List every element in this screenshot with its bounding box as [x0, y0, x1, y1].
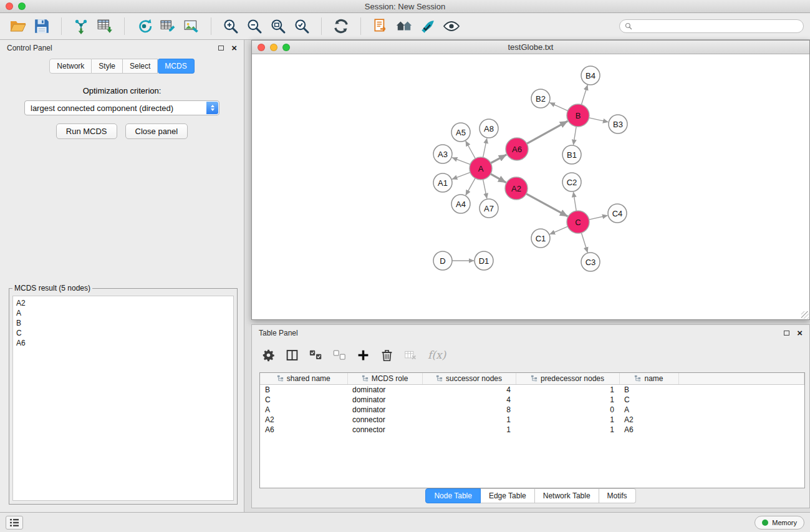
- resize-grip-icon[interactable]: [801, 311, 809, 319]
- table-cell[interactable]: A: [260, 405, 347, 415]
- edge-C-C2[interactable]: [573, 192, 576, 211]
- edge-C-C4[interactable]: [589, 215, 608, 220]
- minimize-network-window-icon[interactable]: [270, 44, 277, 51]
- zoom-network-window-icon[interactable]: [282, 44, 290, 51]
- open-folder-button[interactable]: [6, 16, 30, 36]
- save-button[interactable]: [30, 16, 54, 36]
- table-cell[interactable]: dominator: [347, 385, 422, 395]
- tab-network[interactable]: Network: [49, 59, 92, 74]
- node-C2[interactable]: C2: [562, 173, 581, 191]
- gear-button[interactable]: [262, 349, 275, 362]
- select-all-button[interactable]: [309, 349, 322, 362]
- table-cell[interactable]: A2: [260, 415, 347, 425]
- edge-A-A7[interactable]: [483, 180, 487, 199]
- edge-A-A5[interactable]: [466, 141, 476, 158]
- delete-table-button[interactable]: [404, 349, 417, 362]
- table-row[interactable]: Adominator80A: [260, 405, 804, 415]
- close-network-window-icon[interactable]: [258, 44, 265, 51]
- tab-network-table[interactable]: Network Table: [535, 488, 599, 503]
- node-D1[interactable]: D1: [475, 251, 493, 270]
- snapshot-button[interactable]: [369, 16, 392, 36]
- node-A6[interactable]: A6: [506, 138, 528, 160]
- node-C[interactable]: C: [567, 211, 589, 233]
- node-C3[interactable]: C3: [581, 253, 600, 271]
- node-A1[interactable]: A1: [433, 173, 452, 192]
- table-cell[interactable]: A6: [619, 425, 678, 435]
- table-row[interactable]: A6connector11A6: [260, 425, 804, 435]
- table-cell[interactable]: dominator: [347, 395, 422, 405]
- zoom-selected-button[interactable]: [290, 16, 314, 36]
- style-apply-button[interactable]: [416, 16, 440, 36]
- node-B3[interactable]: B3: [609, 115, 627, 133]
- node-A3[interactable]: A3: [433, 145, 452, 163]
- node-A2[interactable]: A2: [505, 177, 528, 200]
- import-table-button[interactable]: [93, 16, 117, 36]
- delete-row-button[interactable]: [380, 349, 393, 362]
- table-cell[interactable]: 1: [422, 425, 516, 435]
- edge-A-A4[interactable]: [466, 178, 475, 195]
- edge-B-B4[interactable]: [581, 85, 587, 105]
- table-cell[interactable]: 8: [422, 405, 516, 415]
- table-cell[interactable]: B: [260, 385, 347, 395]
- table-cell[interactable]: 1: [516, 395, 619, 405]
- edge-A-A1[interactable]: [452, 172, 470, 179]
- optimization-dropdown[interactable]: largest connected component (directed): [24, 100, 219, 115]
- node-C4[interactable]: C4: [608, 204, 627, 223]
- search-box[interactable]: [619, 19, 804, 33]
- table-cell[interactable]: 1: [516, 385, 619, 395]
- eye-button[interactable]: [440, 16, 463, 36]
- node-A8[interactable]: A8: [480, 119, 498, 138]
- table-row[interactable]: Bdominator41B: [260, 385, 804, 395]
- home-button[interactable]: [392, 16, 416, 36]
- edge-A2-C[interactable]: [526, 194, 568, 216]
- add-row-button[interactable]: [357, 349, 370, 362]
- new-table-button[interactable]: [156, 16, 180, 36]
- edge-A6-B[interactable]: [527, 121, 568, 143]
- edge-C-C3[interactable]: [581, 233, 587, 253]
- column-header-shared-name[interactable]: shared name: [260, 373, 347, 385]
- column-header-successor-nodes[interactable]: successor nodes: [422, 373, 516, 385]
- table-cell[interactable]: C: [260, 395, 347, 405]
- tab-edge-table[interactable]: Edge Table: [481, 488, 535, 503]
- columns-button[interactable]: [286, 349, 299, 362]
- table-cell[interactable]: connector: [347, 415, 422, 425]
- network-canvas[interactable]: B4B2BB3A8A5A6A3B1AC2A1A2A4A7C4CC1DD1C3: [252, 54, 809, 319]
- table-cell[interactable]: 4: [422, 385, 516, 395]
- deselect-all-button[interactable]: [333, 349, 346, 362]
- edge-B-B2[interactable]: [550, 103, 568, 111]
- tab-style[interactable]: Style: [92, 59, 123, 74]
- edge-A-A6[interactable]: [491, 155, 506, 163]
- close-table-panel-icon[interactable]: ×: [797, 329, 803, 337]
- node-B2[interactable]: B2: [531, 89, 550, 108]
- tab-mcds[interactable]: MCDS: [158, 59, 194, 74]
- float-table-panel-icon[interactable]: [784, 331, 789, 336]
- tab-motifs[interactable]: Motifs: [599, 488, 636, 503]
- search-input[interactable]: [635, 22, 798, 31]
- table-cell[interactable]: B: [619, 385, 678, 395]
- import-network-button[interactable]: [69, 16, 93, 36]
- table-cell[interactable]: connector: [347, 425, 422, 435]
- edge-A-A3[interactable]: [452, 158, 470, 165]
- close-window-icon[interactable]: [6, 2, 13, 10]
- close-panel-button[interactable]: Close panel: [125, 123, 188, 139]
- memory-button[interactable]: Memory: [755, 516, 804, 530]
- edge-A-A8[interactable]: [483, 138, 487, 158]
- column-header-name[interactable]: name: [619, 373, 678, 385]
- mcds-result-list[interactable]: A2ABCA6: [12, 296, 234, 501]
- node-table-container[interactable]: shared nameMCDS rolesuccessor nodesprede…: [259, 372, 805, 488]
- edge-A-A2[interactable]: [491, 174, 506, 183]
- table-cell[interactable]: C: [619, 395, 678, 405]
- table-cell[interactable]: A6: [260, 425, 347, 435]
- edge-C-C1[interactable]: [550, 226, 568, 234]
- new-network-button[interactable]: [132, 16, 156, 36]
- run-mcds-button[interactable]: Run MCDS: [56, 123, 117, 139]
- node-A[interactable]: A: [470, 157, 492, 180]
- node-D[interactable]: D: [433, 251, 452, 270]
- zoom-out-button[interactable]: [243, 16, 266, 36]
- node-B[interactable]: B: [567, 104, 589, 127]
- tab-node-table[interactable]: Node Table: [425, 488, 481, 503]
- close-panel-icon[interactable]: ×: [231, 44, 237, 52]
- zoom-fit-button[interactable]: [266, 16, 290, 36]
- node-B4[interactable]: B4: [581, 66, 600, 85]
- table-row[interactable]: A2connector11A2: [260, 415, 804, 425]
